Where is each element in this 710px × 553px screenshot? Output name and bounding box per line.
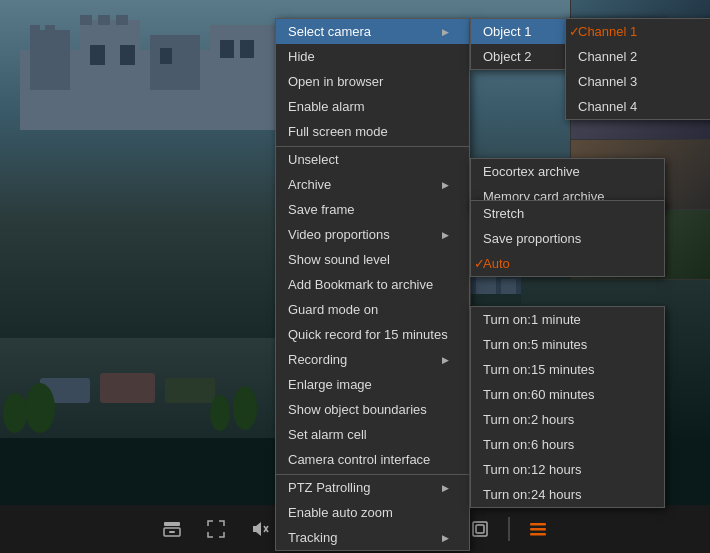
- menu-item-full-screen[interactable]: Full screen mode: [276, 119, 469, 144]
- menu-item-tracking[interactable]: Tracking: [276, 525, 469, 550]
- svg-point-19: [25, 383, 55, 433]
- svg-rect-6: [45, 25, 55, 35]
- svg-rect-8: [98, 15, 110, 25]
- svg-rect-28: [169, 531, 175, 533]
- submenu-channel4[interactable]: Channel 4: [566, 94, 710, 119]
- menu-item-video-proportions[interactable]: Video proportions: [276, 222, 469, 247]
- svg-rect-3: [150, 35, 200, 90]
- svg-rect-12: [160, 48, 172, 64]
- menu-item-enable-auto-zoom[interactable]: Enable auto zoom: [276, 500, 469, 525]
- menu-item-show-boundaries[interactable]: Show object boundaries: [276, 397, 469, 422]
- submenu-stretch[interactable]: Stretch: [471, 201, 664, 226]
- fullscreen-button[interactable]: [200, 513, 232, 545]
- svg-point-20: [210, 395, 230, 431]
- submenu-turn-on-2h[interactable]: Turn on:2 hours: [471, 407, 664, 432]
- menu-item-archive[interactable]: Archive: [276, 172, 469, 197]
- svg-rect-47: [530, 528, 546, 531]
- submenu-channel2[interactable]: Channel 2: [566, 44, 710, 69]
- main-context-menu: Select camera Hide Open in browser Enabl…: [275, 18, 470, 551]
- submenu-turn-on-6h[interactable]: Turn on:6 hours: [471, 432, 664, 457]
- svg-rect-9: [116, 15, 128, 25]
- archive-icon: [162, 519, 182, 539]
- menu-item-open-browser[interactable]: Open in browser: [276, 69, 469, 94]
- trees-svg: [0, 363, 270, 443]
- svg-rect-44: [473, 522, 487, 536]
- submenu-turn-on-5min[interactable]: Turn on:5 minutes: [471, 332, 664, 357]
- svg-rect-45: [476, 525, 484, 533]
- menu-item-quick-record[interactable]: Quick record for 15 minutes: [276, 322, 469, 347]
- svg-rect-1: [30, 30, 70, 90]
- menu-item-ptz-patrolling[interactable]: PTZ Patrolling: [276, 474, 469, 500]
- menu-item-set-alarm-cell[interactable]: Set alarm cell: [276, 422, 469, 447]
- svg-rect-11: [120, 45, 135, 65]
- svg-point-21: [233, 386, 257, 430]
- svg-rect-24: [501, 279, 516, 294]
- svg-rect-26: [164, 522, 180, 526]
- submenu-turn-on-60min[interactable]: Turn on:60 minutes: [471, 382, 664, 407]
- mute-icon: [250, 519, 270, 539]
- submenu-channel3[interactable]: Channel 3: [566, 69, 710, 94]
- menu-item-hide[interactable]: Hide: [276, 44, 469, 69]
- svg-rect-14: [240, 40, 254, 58]
- submenu-save-proportions[interactable]: Save proportions: [471, 226, 664, 251]
- hamburger-menu-button[interactable]: [522, 513, 554, 545]
- submenu-turn-on-12h[interactable]: Turn on:12 hours: [471, 457, 664, 482]
- menu-item-add-bookmark[interactable]: Add Bookmark to archive: [276, 272, 469, 297]
- menu-item-select-camera[interactable]: Select camera: [276, 19, 469, 44]
- submenu-turn-on-1min[interactable]: Turn on:1 minute: [471, 307, 664, 332]
- svg-rect-10: [90, 45, 105, 65]
- svg-rect-13: [220, 40, 234, 58]
- svg-rect-23: [476, 276, 496, 294]
- svg-rect-48: [530, 533, 546, 536]
- menu-item-recording[interactable]: Recording: [276, 347, 469, 372]
- svg-rect-25: [471, 294, 521, 306]
- menu-item-unselect[interactable]: Unselect: [276, 146, 469, 172]
- svg-point-18: [3, 393, 27, 433]
- fullscreen-icon: [206, 519, 226, 539]
- svg-rect-5: [30, 25, 40, 35]
- hamburger-icon: [528, 519, 548, 539]
- toolbar-separator: [508, 517, 510, 541]
- menu-item-show-sound[interactable]: Show sound level: [276, 247, 469, 272]
- submenu-turn-on-24h[interactable]: Turn on:24 hours: [471, 482, 664, 507]
- building-svg: [20, 10, 290, 130]
- submenu-auto[interactable]: Auto: [471, 251, 664, 276]
- menu-item-guard-mode[interactable]: Guard mode on: [276, 297, 469, 322]
- submenu-channel1[interactable]: Channel 1: [566, 19, 710, 44]
- menu-item-camera-control[interactable]: Camera control interface: [276, 447, 469, 472]
- proportions-submenu: Stretch Save proportions Auto: [470, 200, 665, 277]
- submenu-turn-on-15min[interactable]: Turn on:15 minutes: [471, 357, 664, 382]
- svg-rect-46: [530, 523, 546, 526]
- menu-item-save-frame[interactable]: Save frame: [276, 197, 469, 222]
- recording-submenu: Turn on:1 minute Turn on:5 minutes Turn …: [470, 306, 665, 508]
- fit-icon: [470, 519, 490, 539]
- archive-button[interactable]: [156, 513, 188, 545]
- channel-submenu: Channel 1 Channel 2 Channel 3 Channel 4: [565, 18, 710, 120]
- menu-item-enable-alarm[interactable]: Enable alarm: [276, 94, 469, 119]
- submenu-eocortex-archive[interactable]: Eocortex archive: [471, 159, 664, 184]
- menu-item-enlarge-image[interactable]: Enlarge image: [276, 372, 469, 397]
- svg-rect-7: [80, 15, 92, 25]
- mute-button[interactable]: [244, 513, 276, 545]
